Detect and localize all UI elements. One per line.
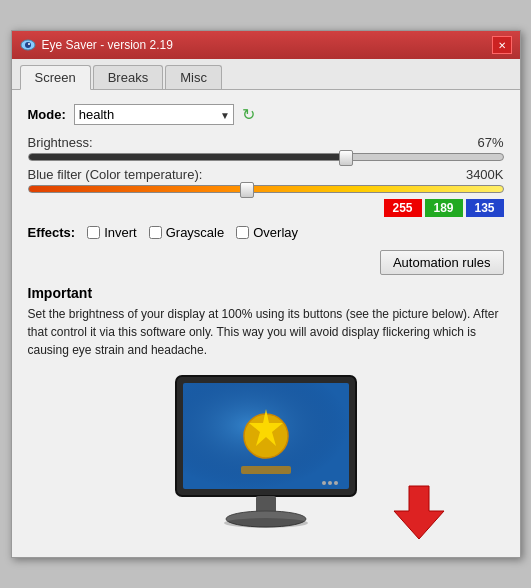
blue-filter-label-row: Blue filter (Color temperature): 3400K xyxy=(28,167,504,182)
mode-select-wrapper: health normal night custom ▼ xyxy=(74,104,234,125)
main-window: Eye Saver - version 2.19 ✕ Screen Breaks… xyxy=(11,30,521,558)
overlay-checkbox[interactable] xyxy=(236,226,249,239)
monitor-illustration xyxy=(28,371,504,541)
brightness-label: Brightness: xyxy=(28,135,93,150)
mode-label: Mode: xyxy=(28,107,66,122)
app-icon xyxy=(20,37,36,53)
automation-row: Automation rules xyxy=(28,250,504,275)
overlay-checkbox-label[interactable]: Overlay xyxy=(236,225,298,240)
svg-marker-15 xyxy=(394,486,444,539)
brightness-label-row: Brightness: 67% xyxy=(28,135,504,150)
svg-point-9 xyxy=(322,481,326,485)
blue-filter-value: 3400K xyxy=(466,167,504,182)
important-section: Important Set the brightness of your dis… xyxy=(28,285,504,359)
brightness-slider-thumb[interactable] xyxy=(339,150,353,166)
brightness-value: 67% xyxy=(477,135,503,150)
svg-point-2 xyxy=(28,43,30,45)
overlay-label: Overlay xyxy=(253,225,298,240)
blue-filter-slider-thumb[interactable] xyxy=(240,182,254,198)
title-bar: Eye Saver - version 2.19 ✕ xyxy=(12,31,520,59)
title-bar-left: Eye Saver - version 2.19 xyxy=(20,37,173,53)
svg-point-10 xyxy=(328,481,332,485)
important-text: Set the brightness of your display at 10… xyxy=(28,305,504,359)
svg-rect-8 xyxy=(241,466,291,474)
invert-checkbox-label[interactable]: Invert xyxy=(87,225,137,240)
monitor-svg xyxy=(156,371,376,541)
color-boxes: 255 189 135 xyxy=(28,199,504,217)
color-box-red: 255 xyxy=(384,199,422,217)
mode-row: Mode: health normal night custom ▼ ↻ xyxy=(28,104,504,125)
title-bar-controls: ✕ xyxy=(492,36,512,54)
svg-point-14 xyxy=(224,518,308,528)
grayscale-checkbox-label[interactable]: Grayscale xyxy=(149,225,225,240)
effects-row: Effects: Invert Grayscale Overlay xyxy=(28,225,504,240)
color-box-green: 189 xyxy=(425,199,463,217)
grayscale-label: Grayscale xyxy=(166,225,225,240)
important-title: Important xyxy=(28,285,504,301)
tab-breaks[interactable]: Breaks xyxy=(93,65,163,89)
close-button[interactable]: ✕ xyxy=(492,36,512,54)
automation-rules-button[interactable]: Automation rules xyxy=(380,250,504,275)
effects-label: Effects: xyxy=(28,225,76,240)
blue-filter-slider-row: Blue filter (Color temperature): 3400K xyxy=(28,167,504,193)
content-area: Mode: health normal night custom ▼ ↻ Bri… xyxy=(12,90,520,557)
brightness-slider-track[interactable] xyxy=(28,153,504,161)
refresh-icon[interactable]: ↻ xyxy=(242,105,255,124)
tab-misc[interactable]: Misc xyxy=(165,65,222,89)
blue-filter-label: Blue filter (Color temperature): xyxy=(28,167,203,182)
invert-checkbox[interactable] xyxy=(87,226,100,239)
window-title: Eye Saver - version 2.19 xyxy=(42,38,173,52)
grayscale-checkbox[interactable] xyxy=(149,226,162,239)
color-box-blue: 135 xyxy=(466,199,504,217)
blue-filter-slider-track[interactable] xyxy=(28,185,504,193)
mode-select[interactable]: health normal night custom xyxy=(74,104,234,125)
invert-label: Invert xyxy=(104,225,137,240)
brightness-slider-row: Brightness: 67% xyxy=(28,135,504,161)
svg-point-1 xyxy=(25,42,31,48)
svg-point-11 xyxy=(334,481,338,485)
tab-screen[interactable]: Screen xyxy=(20,65,91,90)
tab-bar: Screen Breaks Misc xyxy=(12,59,520,90)
red-arrow-icon xyxy=(389,481,449,541)
